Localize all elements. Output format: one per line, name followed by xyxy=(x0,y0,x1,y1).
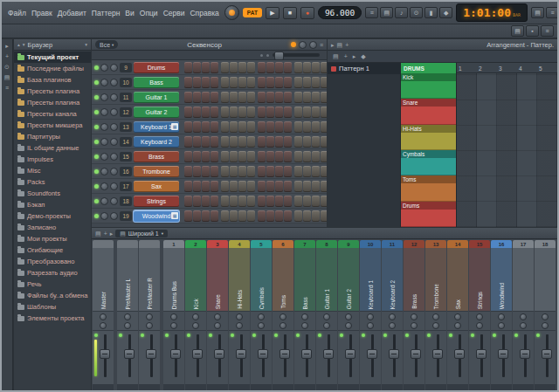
channel-button[interactable]: Drums▦ xyxy=(134,62,179,73)
fader-handle[interactable] xyxy=(214,349,224,359)
browser-item[interactable]: IL общие данные xyxy=(14,142,91,154)
step-cell[interactable] xyxy=(221,62,229,73)
browser-item[interactable]: Преобразовано xyxy=(14,256,91,267)
channel-volume-knob[interactable] xyxy=(110,64,118,72)
step-cell[interactable] xyxy=(266,166,274,177)
step-cell[interactable] xyxy=(284,77,292,88)
strip-pan-knob[interactable] xyxy=(367,313,374,320)
step-cell[interactable] xyxy=(275,121,283,133)
step-cell[interactable] xyxy=(275,77,283,88)
step-cell[interactable] xyxy=(303,181,311,192)
step-cell[interactable] xyxy=(184,62,192,73)
mixer-strip[interactable]: 10 Keyboard 1 xyxy=(360,240,381,390)
step-cell[interactable] xyxy=(258,77,266,88)
menu-item[interactable]: Паттерн xyxy=(92,9,121,17)
metronome-icon[interactable]: ♪ xyxy=(395,7,408,18)
strip-mute-led[interactable] xyxy=(449,334,452,337)
strip-mute-led[interactable] xyxy=(187,334,190,337)
step-cell[interactable] xyxy=(321,136,327,148)
step-cell[interactable] xyxy=(210,136,218,148)
tempo-display[interactable]: 96.000 xyxy=(318,6,362,19)
toolbar-shortcut-c-icon[interactable]: ≡ xyxy=(541,25,554,37)
step-cell[interactable] xyxy=(247,151,255,162)
mixer-strip[interactable]: 16 Woodwind xyxy=(491,240,512,390)
channel-enable-led[interactable] xyxy=(94,140,99,144)
fader-handle[interactable] xyxy=(542,349,552,359)
channel-pan-knob[interactable] xyxy=(100,123,108,131)
strip-mute-led[interactable] xyxy=(231,334,234,337)
browser-item[interactable]: База плагинов xyxy=(14,74,91,86)
channel-enable-led[interactable] xyxy=(94,184,99,189)
step-cell[interactable] xyxy=(210,151,218,162)
step-cell[interactable] xyxy=(303,151,311,162)
strip-stereo-knob[interactable] xyxy=(411,322,418,329)
strip-mute-led[interactable] xyxy=(252,334,256,337)
step-cell[interactable] xyxy=(284,181,292,192)
step-cell[interactable] xyxy=(238,62,246,73)
wait-for-input-icon[interactable]: ⊙ xyxy=(410,7,423,18)
channel-button[interactable]: Trombone▦ xyxy=(134,166,179,177)
strip-stereo-knob[interactable] xyxy=(454,322,461,329)
step-cell[interactable] xyxy=(258,107,266,118)
mixer-strip[interactable]: 4 Hi-Hats xyxy=(229,240,250,390)
strip-stereo-knob[interactable] xyxy=(542,322,549,329)
mixer-view-icon[interactable]: ▤ xyxy=(95,230,101,237)
step-cell[interactable] xyxy=(238,77,246,88)
step-cell[interactable] xyxy=(210,62,218,73)
draw-tool-icon[interactable]: ▤ xyxy=(333,53,339,59)
strip-stereo-knob[interactable] xyxy=(146,322,153,329)
fader-handle[interactable] xyxy=(367,349,377,359)
playback-tool-icon[interactable]: ▸ xyxy=(353,53,356,59)
browser-item[interactable]: Элементы проекта xyxy=(14,313,91,324)
step-cell[interactable] xyxy=(221,210,229,222)
browser-item[interactable]: Пресеты микшера xyxy=(14,120,91,131)
step-cell[interactable] xyxy=(193,121,201,133)
step-cell[interactable] xyxy=(275,210,283,222)
step-cell[interactable] xyxy=(303,62,311,73)
step-cell[interactable] xyxy=(294,210,302,222)
step-cell[interactable] xyxy=(266,121,274,133)
strip-stereo-knob[interactable] xyxy=(170,322,177,329)
mixer-menu-icon[interactable]: ▸ xyxy=(110,230,114,237)
channel-pan-knob[interactable] xyxy=(100,168,108,175)
play-button[interactable]: ▶ xyxy=(266,7,280,19)
step-cell[interactable] xyxy=(294,196,302,207)
step-cell[interactable] xyxy=(312,77,320,88)
step-cell[interactable] xyxy=(266,136,274,148)
strip-pan-knob[interactable] xyxy=(520,313,527,320)
strip-mute-led[interactable] xyxy=(296,334,300,337)
step-cell[interactable] xyxy=(258,151,266,162)
step-cell[interactable] xyxy=(184,107,192,118)
step-cell[interactable] xyxy=(258,210,266,222)
step-cell[interactable] xyxy=(258,196,266,207)
strip-pan-knob[interactable] xyxy=(301,313,308,320)
mixer-strip[interactable]: PreMaster R xyxy=(139,240,160,390)
step-cell[interactable] xyxy=(247,121,255,133)
mixer-strip[interactable]: 14 Sax xyxy=(447,240,468,390)
strip-stereo-knob[interactable] xyxy=(280,322,286,329)
fader-handle[interactable] xyxy=(345,349,355,359)
browser-item[interactable]: Пресеты плагина xyxy=(14,97,91,108)
step-cell[interactable] xyxy=(247,77,255,88)
mixer-strip[interactable]: 13 Trombone xyxy=(425,240,446,390)
mixer-strip[interactable]: 11 Keyboard 2 xyxy=(382,240,403,390)
channel-enable-led[interactable] xyxy=(94,199,99,203)
step-cell[interactable] xyxy=(321,92,327,103)
channel-volume-knob[interactable] xyxy=(110,79,118,86)
step-cell[interactable] xyxy=(321,151,327,162)
mixer-strip[interactable]: 18 xyxy=(535,240,556,390)
step-cell[interactable] xyxy=(210,181,218,192)
step-cell[interactable] xyxy=(284,62,292,73)
step-cell[interactable] xyxy=(193,210,201,222)
channel-filter-select[interactable]: Все▾ xyxy=(95,40,118,49)
browser-add-icon[interactable]: + xyxy=(5,53,9,59)
browser-item[interactable]: Пресеты плагина xyxy=(14,86,91,97)
fader-handle[interactable] xyxy=(476,349,487,359)
step-cell[interactable] xyxy=(193,166,201,177)
step-cell[interactable] xyxy=(230,92,238,103)
step-cell[interactable] xyxy=(210,210,218,222)
step-cell[interactable] xyxy=(284,136,292,148)
step-cell[interactable] xyxy=(266,196,274,207)
fader-handle[interactable] xyxy=(236,349,246,359)
strip-pan-knob[interactable] xyxy=(542,313,549,320)
